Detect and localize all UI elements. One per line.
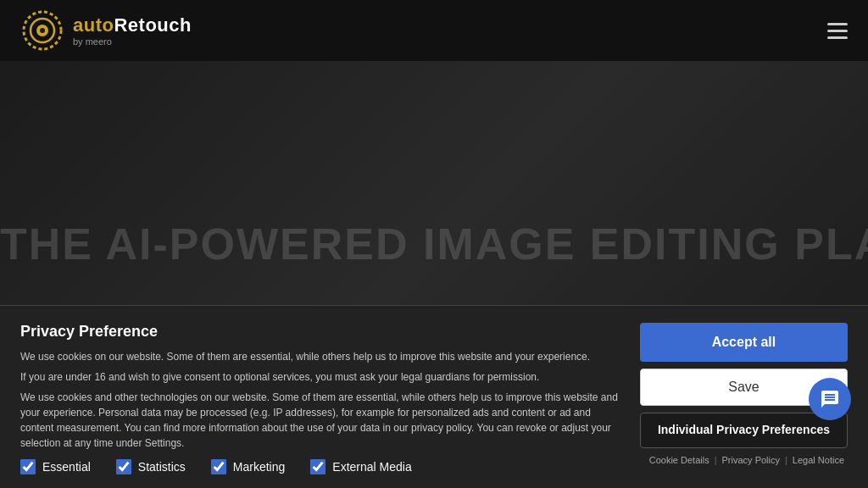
- checkbox-statistics[interactable]: Statistics: [116, 459, 186, 474]
- statistics-label: Statistics: [138, 460, 186, 474]
- checkbox-marketing[interactable]: Marketing: [211, 459, 285, 474]
- marketing-checkbox[interactable]: [211, 459, 226, 474]
- statistics-checkbox[interactable]: [116, 459, 131, 474]
- cookie-text-1: We use cookies on our website. Some of t…: [20, 349, 623, 364]
- cookie-title: Privacy Preference: [20, 323, 623, 341]
- chat-button[interactable]: [809, 378, 851, 420]
- logo-icon: [20, 8, 64, 53]
- checkbox-external-media[interactable]: External Media: [310, 459, 411, 474]
- cookie-banner: Privacy Preference We use cookies on our…: [0, 305, 868, 488]
- external-media-label: External Media: [332, 460, 411, 474]
- essential-checkbox[interactable]: [20, 459, 36, 474]
- legal-notice-link[interactable]: Legal Notice: [793, 455, 844, 465]
- cookie-details-link[interactable]: Cookie Details: [649, 455, 709, 465]
- external-media-checkbox[interactable]: [310, 459, 326, 474]
- logo-text: autoRetouch by meero: [73, 14, 192, 47]
- logo-sub: by meero: [73, 36, 192, 47]
- logo-name: autoRetouch: [73, 14, 192, 36]
- cookie-content-left: Privacy Preference We use cookies on our…: [20, 323, 623, 474]
- accept-all-button[interactable]: Accept all: [640, 323, 848, 362]
- cookie-text-3: We use cookies and other technologies on…: [20, 390, 623, 451]
- chat-icon: [820, 389, 840, 409]
- cookie-text-2: If you are under 16 and wish to give con…: [20, 369, 623, 385]
- svg-point-3: [40, 28, 45, 33]
- site-header: autoRetouch by meero: [0, 0, 868, 61]
- hero-title: THE AI-POWERED IMAGE EDITING PLATFORM: [0, 219, 868, 269]
- cookie-checkboxes: Essential Statistics Marketing External …: [20, 459, 623, 474]
- checkbox-essential[interactable]: Essential: [20, 459, 91, 474]
- privacy-policy-link[interactable]: Privacy Policy: [722, 455, 780, 465]
- essential-label: Essential: [42, 460, 91, 474]
- hamburger-menu[interactable]: [827, 23, 848, 39]
- marketing-label: Marketing: [233, 460, 285, 474]
- cookie-footer-links: Cookie Details | Privacy Policy | Legal …: [640, 455, 848, 465]
- logo[interactable]: autoRetouch by meero: [20, 8, 192, 53]
- individual-privacy-button[interactable]: Individual Privacy Preferences: [640, 413, 848, 448]
